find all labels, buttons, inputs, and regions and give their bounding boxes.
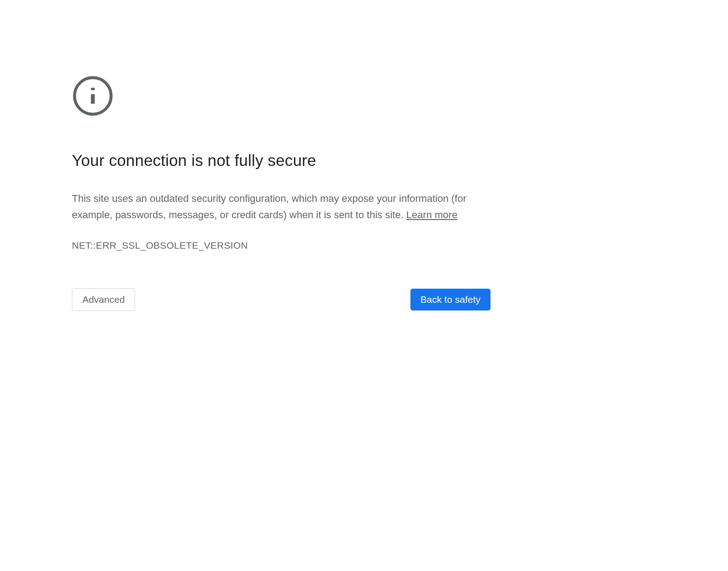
advanced-button[interactable]: Advanced xyxy=(72,288,135,311)
warning-description: This site uses an outdated security conf… xyxy=(72,190,490,224)
button-row: Advanced Back to safety xyxy=(72,288,490,311)
security-warning-page: Your connection is not fully secure This… xyxy=(72,0,490,311)
learn-more-link[interactable]: Learn more xyxy=(406,209,458,220)
page-heading: Your connection is not fully secure xyxy=(72,151,490,170)
back-to-safety-button[interactable]: Back to safety xyxy=(410,289,490,311)
info-icon xyxy=(72,75,490,119)
error-code: NET::ERR_SSL_OBSOLETE_VERSION xyxy=(72,240,490,251)
